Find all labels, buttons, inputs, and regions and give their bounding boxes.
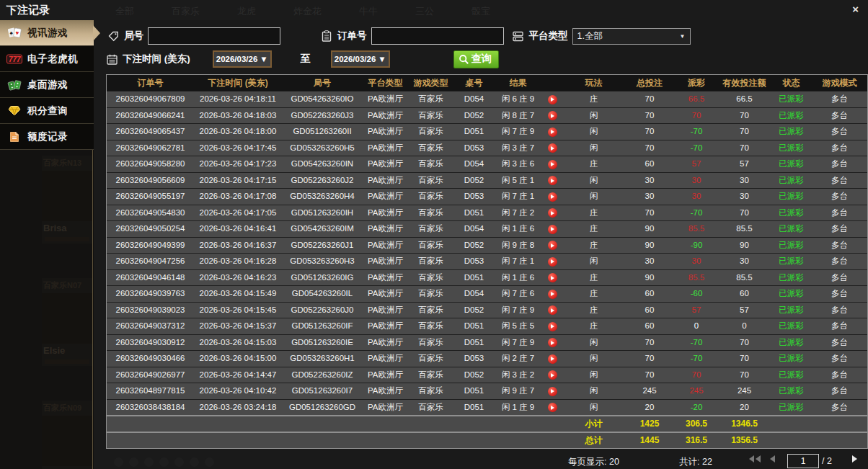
cell-status: 已派彩 [771,270,812,285]
cell-result: 闲 1 庄 6 [495,270,541,285]
replay-video-button[interactable] [548,208,557,218]
play-icon [551,179,554,183]
sidebar-item-2[interactable]: 777电子老虎机 [0,46,94,72]
cell-platform: PA欧洲厅 [363,140,408,156]
replay-video-button[interactable] [548,143,557,153]
page-number-input[interactable] [787,454,819,468]
replay-video-button[interactable] [548,290,557,299]
cell-valid_bet: 85.5 [718,221,771,236]
replay-video-button[interactable] [548,354,557,364]
sidebar-item-3[interactable]: 桌面游戏 [0,72,94,98]
replay-video-button[interactable] [548,225,557,234]
cell-play [541,221,563,236]
cell-result: 闲 1 庄 6 [495,221,541,236]
replay-video-button[interactable] [548,95,557,104]
cell-result: 闲 7 庄 9 [495,335,541,350]
tag-icon [105,31,121,42]
date-to-picker[interactable]: 2026/03/26 ▼ [331,50,390,68]
filter-row-2: 下注时间 (美东) 2026/03/26 ▼ 至 2026/03/26 ▼ 查询 [104,50,499,68]
table-row: 2603260490269772026-03-26 04:14:47GD0522… [107,367,867,383]
cell-platform: PA欧洲厅 [363,270,408,285]
date-from-picker[interactable]: 2026/03/26 ▼ [213,50,272,68]
cell-status: 已派彩 [771,303,812,318]
cell-total_bet: 70 [624,205,675,220]
close-icon[interactable]: × [852,4,859,15]
replay-video-button[interactable] [548,322,557,331]
cell-bet_on: 闲 [563,254,624,269]
cell-game: 百家乐 [408,238,453,253]
play-icon [551,373,554,378]
grand-total-row: 总计1445316.51356.5 [107,432,867,448]
cell-payout: 85.5 [675,221,718,236]
cell-bet_on: 闲 [563,351,624,366]
play-icon [551,114,554,118]
cell-round: GD051263260I7 [282,383,363,398]
replay-video-button[interactable] [548,128,557,137]
cell-status: 已派彩 [771,91,812,107]
sidebar-item-1[interactable]: ♠♥视讯游戏 [0,20,94,46]
cell-result: 闲 7 庄 9 [495,124,541,139]
replay-video-button[interactable] [548,111,557,120]
table-row: 2603260490373122026-03-26 04:15:37GD0512… [107,318,867,334]
titlebar: 下注记录 全部百家乐龙虎炸金花牛牛三公骰宝 × [0,0,868,21]
replay-video-button[interactable] [548,160,557,169]
replay-video-button[interactable] [548,176,557,185]
order-number-input[interactable] [371,27,504,45]
cell-bet_on: 庄 [563,156,624,171]
page-total-label: / 2 [822,456,832,466]
cell-round: GD054263260IM [282,221,363,236]
cell-status: 已派彩 [771,221,812,236]
cell-status: 已派彩 [771,400,812,415]
replay-video-button[interactable] [548,273,557,282]
replay-video-button[interactable] [548,305,557,315]
cell-game: 百家乐 [408,124,453,139]
sidebar-item-4[interactable]: 积分查询 [0,98,94,124]
subtotal-row-valid_bet: 1346.5 [718,416,771,432]
replay-video-button[interactable] [548,387,557,396]
cell-payout: -60 [675,286,718,301]
date-from-value: 2026/03/26 [216,55,258,63]
platform-type-value: 1.全部 [577,30,603,43]
table-row: 2603260384381842026-03-26 03:24:18GD0512… [107,399,867,416]
cell-platform: PA欧洲厅 [363,108,408,123]
round-number-input[interactable] [148,27,280,45]
replay-video-button[interactable] [548,241,557,250]
cell-platform: PA欧洲厅 [363,318,408,334]
cell-time: 2026-03-26 04:17:05 [194,205,282,220]
cell-mode: 多台 [812,91,867,107]
previous-page-icon[interactable] [770,455,775,463]
cell-round: GD052263260J3 [282,108,363,123]
cell-payout: 30 [675,254,718,269]
cell-platform: PA欧洲厅 [363,238,408,253]
cell-bet_on: 闲 [563,108,624,123]
cell-payout: 245 [675,383,718,398]
replay-video-button[interactable] [548,403,557,412]
first-page-icon[interactable] [748,455,761,463]
cell-total_bet: 70 [624,140,675,156]
replay-video-button[interactable] [548,338,557,347]
cell-valid_bet: 60 [718,286,771,301]
replay-video-button[interactable] [548,192,557,202]
cell-order: 260326049050254 [107,221,194,236]
cell-game: 百家乐 [408,318,453,334]
pagination-bar: 每页显示: 20 共计: 22 / 2 [94,451,868,469]
table-row: 2603260490566092026-03-26 04:17:15GD0522… [107,172,867,189]
cell-result: 闲 6 庄 9 [495,91,541,107]
next-page-icon[interactable] [852,455,857,463]
sidebar-item-5[interactable]: 额度记录 [0,124,94,150]
platform-type-select[interactable]: 1.全部 ▼ [572,28,691,45]
cell-round: GD054263260IO [282,91,363,107]
cell-game: 百家乐 [408,140,453,156]
replay-video-button[interactable] [548,257,557,267]
cell-order: 260326049067809 [107,91,194,107]
query-button-label: 查询 [471,53,492,66]
chevron-down-icon: ▼ [378,55,386,63]
cell-order: 260326049039023 [107,303,194,318]
replay-video-button[interactable] [548,370,557,380]
cell-status: 已派彩 [771,367,812,383]
cell-result: 闲 7 庄 9 [495,303,541,318]
backdrop-tab: 骰宝 [471,5,490,18]
cell-valid_bet: 90 [718,238,771,253]
cell-platform: PA欧洲厅 [363,173,408,188]
query-button[interactable]: 查询 [453,50,499,68]
